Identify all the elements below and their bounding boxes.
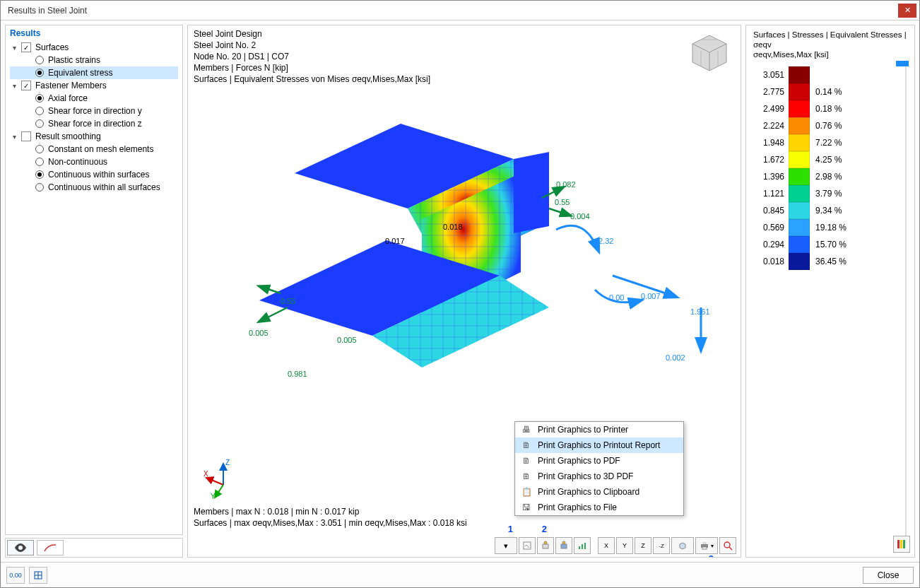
chevron-down-icon[interactable]: ▾ [13,82,21,90]
view-z-button[interactable]: Z [635,537,651,554]
legend-swatch [789,253,810,270]
clipboard-icon: 📋 [521,487,532,497]
iso-view-dropdown[interactable] [671,537,694,554]
tree-item-equivalent-stress[interactable]: Equivalent stress [10,66,178,79]
legend-percent: 15.70 % [815,240,847,249]
svg-text:0.00: 0.00 [609,293,624,302]
menu-print-report[interactable]: 🗎Print Graphics to Printout Report [515,437,683,453]
checkbox-surfaces[interactable]: ✓ [21,42,31,52]
chevron-down-icon[interactable]: ▾ [13,44,21,52]
menu-print-pdf[interactable]: 🗎Print Graphics to PDF [515,453,683,469]
legend-row: 1.9487.22 % [753,134,907,151]
chart-button[interactable] [574,537,591,554]
options-button[interactable] [29,567,47,584]
svg-rect-27 [582,544,583,549]
print-dropdown[interactable]: ▾ [695,537,718,554]
checkbox-smoothing[interactable] [21,131,31,141]
tab-curve[interactable] [37,540,64,555]
tree-item-cont-surfaces[interactable]: Continuous within surfaces [10,168,178,181]
tree-item-shear-z[interactable]: Shear force in direction z [10,117,178,130]
menu-print-3dpdf[interactable]: 🗎Print Graphics to 3D PDF [515,469,683,484]
radio-icon[interactable] [35,145,44,153]
chevron-down-icon[interactable]: ▾ [13,133,21,141]
svg-rect-28 [584,543,586,549]
legend-row: 3.051 [753,66,907,83]
view-y-button[interactable]: Y [616,537,633,554]
svg-rect-26 [579,546,580,549]
svg-point-25 [562,541,565,544]
legend-percent: 36.45 % [815,257,847,266]
tree-item-constant-mesh[interactable]: Constant on mesh elements [10,143,178,155]
tab-visibility[interactable] [7,540,34,555]
radio-icon[interactable] [35,119,44,128]
tree-item-shear-y[interactable]: Shear force in direction y [10,105,178,117]
tree-group-smoothing[interactable]: ▾ Result smoothing [10,130,178,143]
menu-print-file[interactable]: 🖫Print Graphics to File [515,500,683,515]
units-button[interactable]: 0.00 [6,567,25,584]
curve-icon [44,543,57,552]
close-button[interactable]: Close [863,567,914,584]
radio-icon[interactable] [35,170,44,179]
legend-value: 2.775 [753,87,784,97]
legend-swatch [789,219,810,236]
search-button[interactable] [719,537,736,554]
results-tree-panel: Results ▾ ✓ Surfaces Plastic strains Equ… [5,25,183,535]
svg-point-23 [544,541,547,544]
legend-row: 0.01836.45 % [753,253,907,270]
radio-icon[interactable] [35,183,44,192]
print-context-menu: 🖶Print Graphics to Printer 🗎Print Graphi… [514,421,684,516]
view-neg-z-button[interactable]: -Z [653,537,670,554]
nav-cube[interactable] [687,30,732,72]
menu-print-printer[interactable]: 🖶Print Graphics to Printer [515,422,683,437]
svg-text:2.32: 2.32 [598,237,613,245]
legend-value: 0.294 [753,240,784,249]
window-title: Results in Steel Joint [8,6,898,16]
checkbox-fastener[interactable]: ✓ [21,81,31,90]
tree-item-cont-all-surfaces[interactable]: Continuous within all surfaces [10,181,178,194]
legend-row: 2.7750.14 % [753,83,907,100]
svg-text:Z: Z [225,459,230,466]
view-default-button[interactable] [537,537,554,554]
legend-value: 1.396 [753,172,784,182]
svg-rect-24 [561,544,567,548]
svg-text:0.082: 0.082 [556,180,576,189]
radio-icon[interactable] [35,94,44,102]
legend-settings-button[interactable] [893,536,910,553]
svg-text:0.005: 0.005 [337,336,357,344]
display-mode-dropdown[interactable]: ▾ [495,537,517,554]
legend-value: 2.499 [753,104,784,114]
eye-icon [14,543,27,552]
file-icon: 🖫 [521,502,532,512]
results-heading: Results [10,28,178,38]
view-x-button[interactable]: X [598,537,615,554]
legend-percent: 0.76 % [815,121,842,131]
tree-item-non-continuous[interactable]: Non-continuous [10,155,178,168]
menu-print-clipboard[interactable]: 📋Print Graphics to Clipboard [515,484,683,500]
radio-icon[interactable] [35,107,44,115]
tree-group-surfaces[interactable]: ▾ ✓ Surfaces [10,41,178,54]
viewport-3d[interactable]: Steel Joint Design Steel Joint No. 2 Nod… [187,25,741,558]
svg-rect-22 [543,544,548,548]
show-results-button[interactable] [519,537,536,554]
svg-rect-34 [897,540,900,548]
legend-swatch [789,151,810,168]
svg-text:0.005: 0.005 [249,329,269,337]
legend-swatch [789,83,810,100]
legend-title: Surfaces | Stresses | Equivalent Stresse… [753,30,907,59]
radio-icon[interactable] [35,158,44,166]
close-icon[interactable]: ✕ [898,4,916,18]
axis-gizmo[interactable]: Z X Y [202,458,244,500]
radio-icon[interactable] [35,56,44,64]
legend-value: 1.948 [753,138,784,148]
tree-group-fastener[interactable]: ▾ ✓ Fastener Members [10,79,178,92]
legend-row: 0.56919.18 % [753,219,907,236]
legend-range-slider[interactable] [904,61,907,543]
view-lighted-button[interactable] [555,537,572,554]
printer-icon [700,541,709,550]
tree-item-plastic-strains[interactable]: Plastic strains [10,54,178,66]
tree-item-axial-force[interactable]: Axial force [10,92,178,105]
legend-value: 3.051 [753,70,784,80]
dialog-footer: 0.00 Close [1,562,919,587]
radio-icon[interactable] [35,69,44,77]
svg-rect-35 [900,540,902,548]
